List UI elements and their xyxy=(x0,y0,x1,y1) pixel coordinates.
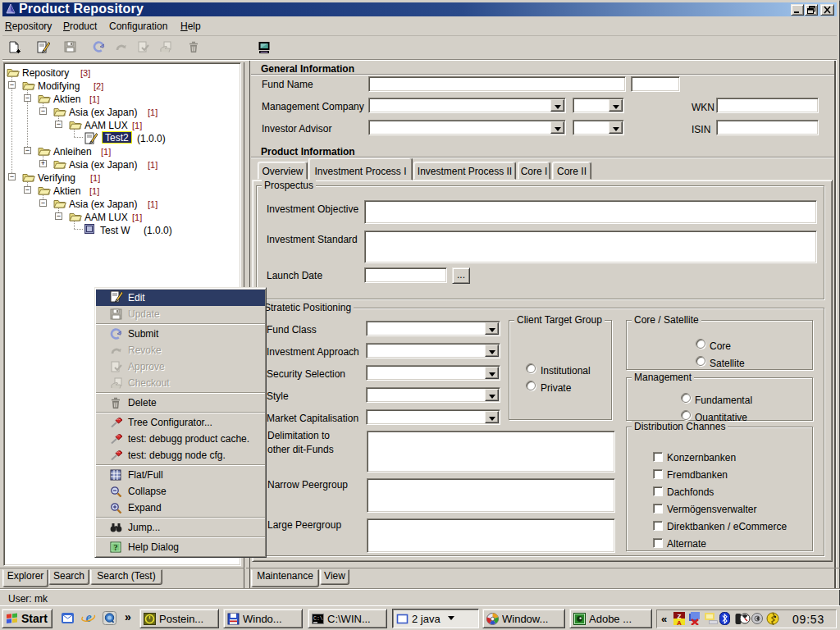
svg-text:e: e xyxy=(85,610,91,624)
svg-text:A: A xyxy=(677,619,682,626)
svg-text:?: ? xyxy=(114,542,118,551)
svg-text:C:\: C:\ xyxy=(313,616,323,622)
